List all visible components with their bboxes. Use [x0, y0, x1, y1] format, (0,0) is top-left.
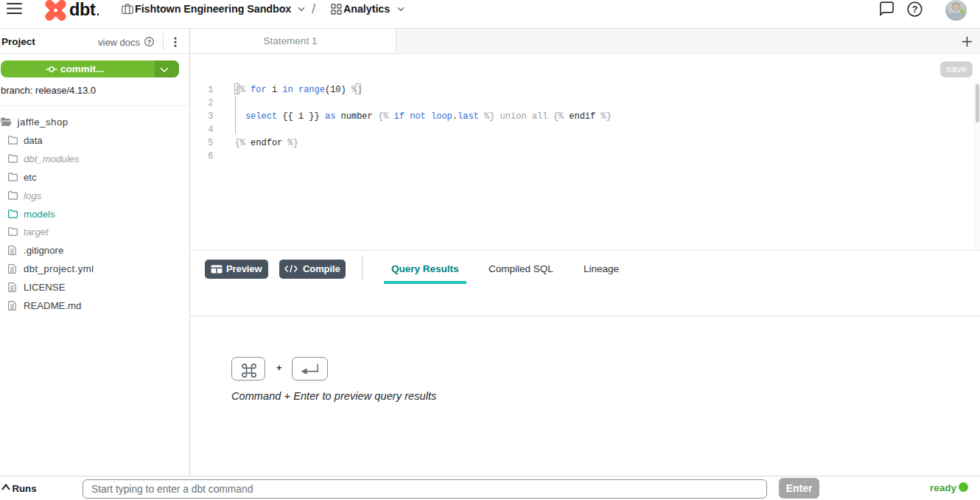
svg-text:?: ? — [147, 38, 151, 46]
svg-text:?: ? — [912, 4, 918, 15]
